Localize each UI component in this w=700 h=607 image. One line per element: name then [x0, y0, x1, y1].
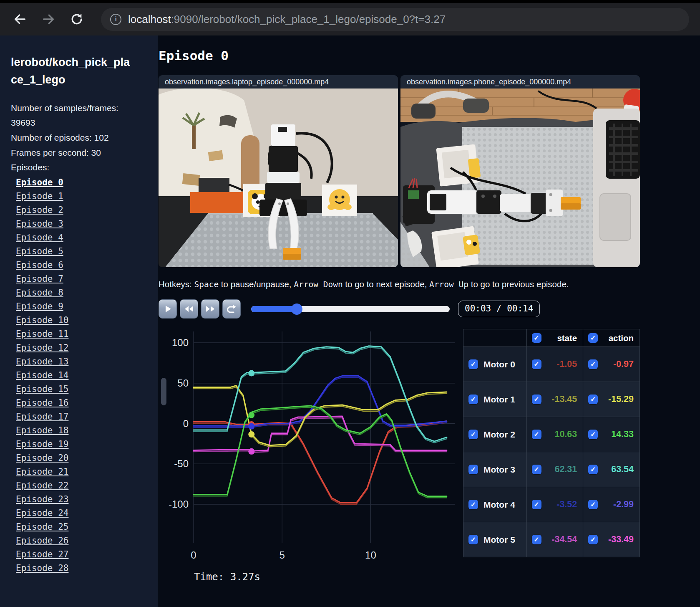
action-checkbox[interactable]: ✓: [588, 430, 598, 439]
sidebar-episode-link[interactable]: Episode 2: [16, 205, 63, 215]
motor-row: ✓Motor 2✓10.63✓14.33: [463, 417, 640, 452]
back-icon[interactable]: [11, 10, 29, 28]
fast-forward-button[interactable]: [201, 299, 219, 319]
video-frame-phone[interactable]: [400, 89, 640, 267]
sidebar-episode-link[interactable]: Episode 11: [16, 329, 68, 339]
hotkeys-prefix: Hotkeys:: [159, 279, 194, 289]
episode-list-item: Episode 18: [16, 424, 158, 438]
state-checkbox[interactable]: ✓: [532, 500, 541, 509]
play-button[interactable]: [159, 299, 177, 319]
sidebar-episode-link[interactable]: Episode 10: [16, 315, 68, 325]
motor-chart-svg: 100500-50-1000510: [159, 329, 456, 563]
sidebar-episode-link[interactable]: Episode 28: [16, 563, 68, 573]
episode-list-item: Episode 23: [16, 493, 158, 506]
chart-time-label: Time: 3.27s: [194, 571, 456, 583]
motor-row-checkbox[interactable]: ✓: [468, 395, 478, 404]
series-action-line: [194, 421, 447, 503]
sidebar-episode-link[interactable]: Episode 19: [16, 439, 68, 449]
stat-samples: Number of samples/frames: 39693: [11, 101, 139, 130]
video-label-phone: observation.images.phone_episode_000000.…: [400, 75, 640, 89]
state-checkbox[interactable]: ✓: [532, 395, 541, 404]
sidebar-episode-link[interactable]: Episode 6: [16, 260, 63, 270]
action-column-checkbox[interactable]: ✓: [588, 333, 598, 343]
main-content: Episode 0 observation.images.laptop_epis…: [158, 35, 700, 607]
rewind-button[interactable]: [180, 299, 198, 319]
site-info-icon[interactable]: i: [110, 14, 121, 25]
episode-list: Episode 0Episode 1Episode 2Episode 3Epis…: [11, 176, 158, 575]
motor-chart: 100500-50-1000510 Time: 3.27s: [159, 329, 456, 583]
series-action-line: [194, 416, 447, 451]
forward-icon[interactable]: [39, 10, 58, 28]
state-checkbox[interactable]: ✓: [532, 465, 541, 474]
video-card-laptop: observation.images.laptop_episode_000000…: [159, 75, 398, 267]
sidebar-episode-link[interactable]: Episode 25: [16, 522, 68, 532]
sidebar-episode-link[interactable]: Episode 27: [16, 549, 68, 559]
action-checkbox[interactable]: ✓: [588, 535, 598, 544]
video-frame-laptop[interactable]: [159, 89, 398, 267]
sidebar-episode-link[interactable]: Episode 21: [16, 467, 68, 477]
motor-label: Motor 0: [483, 359, 515, 369]
state-checkbox[interactable]: ✓: [532, 359, 541, 369]
sidebar-episode-link[interactable]: Episode 4: [16, 233, 63, 243]
action-value: -33.49: [608, 534, 634, 545]
state-value: -13.45: [551, 394, 577, 405]
action-checkbox[interactable]: ✓: [588, 465, 598, 474]
sidebar-episode-link[interactable]: Episode 24: [16, 508, 68, 518]
motor-label: Motor 4: [483, 500, 515, 510]
scrollbar-thumb[interactable]: [161, 378, 166, 405]
motor-row-checkbox[interactable]: ✓: [468, 500, 478, 509]
address-bar[interactable]: i localhost:9090/lerobot/koch_pick_place…: [101, 8, 689, 31]
reload-icon[interactable]: [68, 10, 86, 28]
sidebar-episode-link[interactable]: Episode 23: [16, 494, 68, 504]
hotkey-arrow-down: Arrow Down: [294, 280, 342, 289]
sidebar-episode-link[interactable]: Episode 12: [16, 343, 68, 353]
sidebar-episode-link[interactable]: Episode 3: [16, 219, 63, 229]
sidebar-episode-link[interactable]: Episode 9: [16, 301, 63, 311]
action-cell: ✓-2.99: [583, 487, 640, 522]
video-label-laptop: observation.images.laptop_episode_000000…: [159, 75, 398, 89]
sidebar-episode-link[interactable]: Episode 7: [16, 274, 63, 284]
sidebar-episode-link[interactable]: Episode 13: [16, 357, 68, 367]
motor-row: ✓Motor 4✓-3.52✓-2.99: [463, 487, 640, 522]
loop-button[interactable]: [222, 299, 241, 319]
motor-row-checkbox[interactable]: ✓: [468, 359, 478, 369]
x-tick-label: 10: [365, 549, 376, 561]
motor-row-checkbox[interactable]: ✓: [468, 430, 478, 439]
action-checkbox[interactable]: ✓: [588, 359, 598, 369]
hotkeys-mid3: to go to previous episode.: [468, 279, 569, 289]
motor-row-checkbox[interactable]: ✓: [468, 535, 478, 544]
sidebar-episode-link[interactable]: Episode 5: [16, 246, 63, 256]
current-time-dot: [248, 431, 254, 438]
sidebar-episode-link[interactable]: Episode 18: [16, 425, 68, 435]
action-checkbox[interactable]: ✓: [588, 395, 598, 404]
dataset-title: lerobot/koch_pick_place_1_lego: [11, 54, 136, 89]
sidebar-episode-link[interactable]: Episode 15: [16, 384, 68, 394]
fast-forward-icon: [205, 304, 216, 314]
motor-label-cell: ✓Motor 4: [463, 487, 527, 522]
state-checkbox[interactable]: ✓: [532, 430, 541, 439]
seek-thumb[interactable]: [291, 304, 302, 315]
episode-list-item: Episode 28: [16, 561, 158, 575]
table-header-row: ✓state ✓action: [463, 329, 640, 347]
action-value: -15.29: [608, 394, 634, 405]
state-column-checkbox[interactable]: ✓: [532, 333, 541, 343]
action-checkbox[interactable]: ✓: [588, 500, 598, 509]
action-value: -0.97: [613, 359, 634, 369]
state-checkbox[interactable]: ✓: [532, 535, 541, 544]
sidebar-episode-link[interactable]: Episode 1: [16, 191, 63, 201]
sidebar-episode-link[interactable]: Episode 17: [16, 412, 68, 422]
action-cell: ✓-33.49: [583, 522, 640, 557]
seek-slider[interactable]: [251, 306, 450, 312]
sidebar-episode-link[interactable]: Episode 20: [16, 453, 68, 463]
sidebar-episode-link[interactable]: Episode 22: [16, 481, 68, 491]
state-value: 10.63: [554, 429, 577, 440]
sidebar-episode-link[interactable]: Episode 14: [16, 370, 68, 380]
motor-label-cell: ✓Motor 5: [463, 522, 527, 557]
sidebar-episode-link[interactable]: Episode 0: [16, 177, 63, 187]
current-time-dot: [248, 412, 254, 418]
motor-row-checkbox[interactable]: ✓: [468, 465, 478, 474]
sidebar-episode-link[interactable]: Episode 16: [16, 398, 68, 408]
sidebar-episode-link[interactable]: Episode 8: [16, 288, 63, 298]
motor-label-cell: ✓Motor 3: [463, 452, 527, 487]
sidebar-episode-link[interactable]: Episode 26: [16, 536, 68, 546]
